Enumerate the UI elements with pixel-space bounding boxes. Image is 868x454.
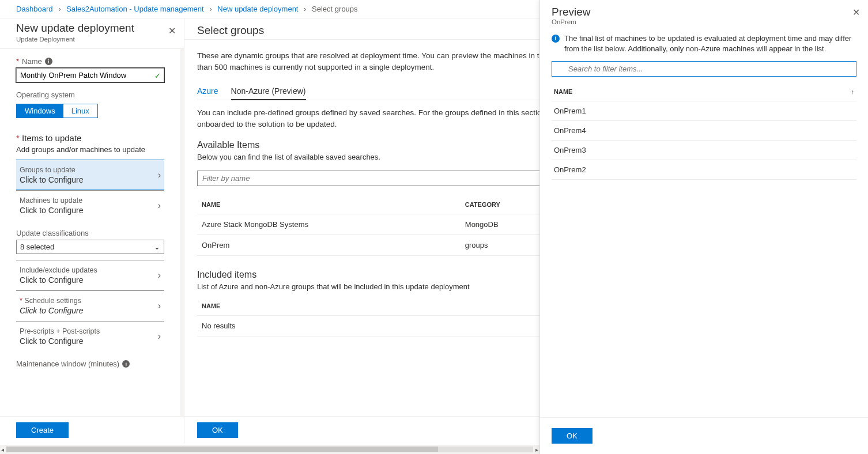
chevron-right-icon: › <box>209 5 212 13</box>
horizontal-scrollbar[interactable]: ◂ ▸ <box>0 445 539 454</box>
check-icon: ✓ <box>154 71 161 80</box>
close-icon[interactable]: ✕ <box>850 5 862 20</box>
preview-table-header[interactable]: NAME ↑ <box>552 82 856 101</box>
breadcrumb-new-deployment[interactable]: New update deployment <box>217 5 298 13</box>
info-icon[interactable]: i <box>122 360 130 368</box>
preview-row[interactable]: OnPrem2 <box>552 160 856 180</box>
os-toggle: Windows Linux <box>16 104 98 118</box>
include-exclude-item[interactable]: Include/exclude updates Click to Configu… <box>16 260 164 290</box>
scripts-item[interactable]: Pre-scripts + Post-scripts Click to Conf… <box>16 321 164 351</box>
os-windows-button[interactable]: Windows <box>17 104 63 118</box>
scroll-right-icon[interactable]: ▸ <box>535 447 538 453</box>
left-panel: New update deployment Update Deployment … <box>0 18 184 444</box>
name-label: Name i <box>16 57 164 66</box>
preview-title: Preview <box>552 6 856 18</box>
breadcrumb-dashboard[interactable]: Dashboard <box>16 5 53 13</box>
info-icon: i <box>552 35 560 43</box>
info-icon[interactable]: i <box>45 58 52 65</box>
close-icon[interactable]: ✕ <box>166 23 178 39</box>
chevron-right-icon: › <box>158 200 161 211</box>
tab-azure[interactable]: Azure <box>197 83 218 100</box>
classif-dropdown[interactable]: 8 selected ⌄ <box>16 240 164 254</box>
preview-row[interactable]: OnPrem3 <box>552 141 856 160</box>
groups-to-update-item[interactable]: Groups to update Click to Configure › <box>16 160 164 190</box>
chevron-right-icon: › <box>58 5 61 13</box>
tab-non-azure[interactable]: Non-Azure (Preview) <box>231 83 306 100</box>
chevron-right-icon: › <box>158 270 161 281</box>
chevron-right-icon: › <box>304 5 306 13</box>
th-name[interactable]: NAME <box>197 297 559 316</box>
breadcrumb-current: Select groups <box>312 5 358 13</box>
os-linux-button[interactable]: Linux <box>63 104 97 118</box>
breadcrumb-automation[interactable]: Sales2Automation - Update management <box>66 5 203 13</box>
th-name[interactable]: NAME <box>197 195 461 214</box>
chevron-right-icon: › <box>158 170 161 180</box>
preview-row[interactable]: OnPrem4 <box>552 121 856 141</box>
os-label: Operating system <box>16 90 164 99</box>
chevron-down-icon: ⌄ <box>154 243 160 251</box>
items-desc: Add groups and/or machines to update <box>16 145 164 154</box>
ok-button[interactable]: OK <box>552 428 592 444</box>
sort-icon[interactable]: ↑ <box>851 88 855 95</box>
preview-row[interactable]: OnPrem1 <box>552 101 856 121</box>
machines-to-update-item[interactable]: Machines to update Click to Configure › <box>16 190 164 221</box>
name-input[interactable] <box>16 68 164 82</box>
scroll-left-icon[interactable]: ◂ <box>1 447 4 453</box>
left-title: New update deployment <box>16 22 168 35</box>
preview-panel: Preview OnPrem ✕ i The final list of mac… <box>539 0 868 454</box>
schedule-settings-item[interactable]: Schedule settings Click to Configure › <box>16 290 164 321</box>
info-banner: i The final list of machines to be updat… <box>552 33 856 54</box>
preview-search-input[interactable] <box>552 61 856 77</box>
left-subtitle: Update Deployment <box>16 36 168 43</box>
chevron-right-icon: › <box>158 301 161 311</box>
classif-label: Update classifications <box>16 229 164 237</box>
items-title: Items to update <box>16 133 164 143</box>
ok-button[interactable]: OK <box>197 422 238 438</box>
chevron-right-icon: › <box>158 331 161 342</box>
preview-subtitle: OnPrem <box>552 18 856 25</box>
maintenance-label: Maintenance window (minutes) i <box>16 360 164 368</box>
create-button[interactable]: Create <box>16 422 69 438</box>
